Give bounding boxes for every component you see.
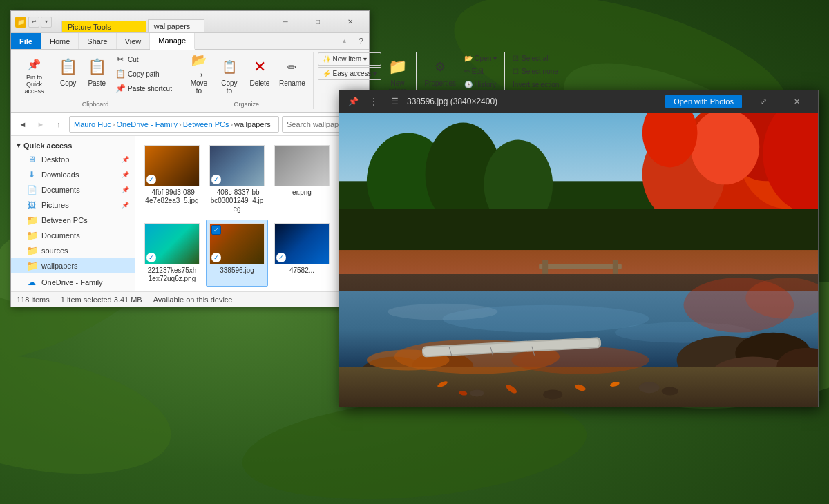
sidebar-item-wallpapers[interactable]: 📁 wallpapers — [11, 258, 135, 273]
photo-pin-button[interactable]: 📌 — [345, 93, 361, 110]
tab-view[interactable]: View — [117, 33, 151, 49]
move-to-button[interactable]: 📂→ Moveto — [184, 52, 213, 97]
documents-icon: 📄 — [26, 184, 37, 195]
organize-label: Organize — [234, 101, 260, 109]
file-thumbnail-2: ✓ — [209, 145, 265, 186]
breadcrumb[interactable]: Mauro Huc › OneDrive - Family › Between … — [69, 116, 279, 133]
photo-viewer-window: 📌 ⋮ ☰ 338596.jpg (3840×2400) Open with P… — [339, 90, 819, 407]
title-bar-left: 📁 ↩ ▾ — [11, 11, 56, 32]
up-button[interactable]: ↑ — [51, 117, 66, 132]
copy-to-button[interactable]: 📋 Copyto — [215, 52, 244, 97]
photo-close-button[interactable]: ✕ — [781, 91, 812, 112]
ribbon-tabs: File Home Share View Manage ▲ ? — [11, 33, 369, 50]
wallpapers-tab-label: wallpapers — [154, 22, 191, 30]
qs-btn-dropdown[interactable]: ▾ — [41, 17, 52, 28]
svg-rect-25 — [339, 209, 818, 250]
pin-icon: 📌 — [122, 156, 129, 163]
photo-filename: 338596.jpg (3840×2400) — [407, 97, 497, 106]
pin-to-quick-access-button[interactable]: 📌 Pin to Quickaccess — [15, 52, 53, 97]
sidebar-item-downloads[interactable]: ⬇ Downloads 📌 — [11, 167, 135, 182]
paste-button[interactable]: 📋 Paste — [83, 52, 111, 89]
properties-button[interactable]: ⚙ Properties — [421, 52, 459, 89]
sidebar-item-desktop[interactable]: 🖥 Desktop 📌 — [11, 152, 135, 167]
rename-button[interactable]: ✏ Rename — [276, 52, 309, 89]
file-item-3[interactable]: er.png — [271, 142, 333, 217]
tab-share[interactable]: Share — [79, 33, 116, 49]
file-item-7[interactable]: ✓ aakjroeer.png — [141, 289, 203, 291]
select-all-button[interactable]: ☑ Select all — [509, 52, 562, 64]
breadcrumb-mauro[interactable]: Mauro Huc — [74, 120, 111, 128]
file-thumbnail-6: ✓ — [274, 223, 330, 264]
history-button[interactable]: 🕒 History — [461, 79, 500, 90]
organize-items: 📂→ Moveto 📋 Copyto ✕ Delete ✏ Rename — [184, 52, 309, 101]
sidebar-item-documents[interactable]: 📄 Documents 📌 — [11, 182, 135, 197]
forward-button[interactable]: ► — [33, 117, 48, 132]
pin-icon-3: 📌 — [122, 186, 129, 193]
svg-point-5 — [0, 336, 180, 492]
file-item-1[interactable]: ✓ -4fbf-99d3-0894e7e82ea3_5.jpg — [141, 142, 203, 217]
pictures-icon: 🖼 — [26, 200, 37, 211]
copy-path-icon: 📋 — [115, 69, 125, 79]
photo-controls: ⤢ ✕ — [747, 91, 812, 112]
photo-expand-button[interactable]: ⤢ — [747, 91, 779, 112]
open-button[interactable]: 📂 Open ▾ — [461, 52, 500, 64]
file-item-9[interactable]: ABOP... — [271, 289, 333, 291]
file-item-6[interactable]: ✓ 47582... — [271, 220, 333, 287]
delete-button[interactable]: ✕ Delete — [245, 52, 274, 89]
edit-button[interactable]: ✏ Edit — [461, 66, 500, 77]
sidebar-item-sources[interactable]: 📁 sources — [11, 243, 135, 258]
file-item-4[interactable]: ✓ 221237kes75xh1ex72uq6z.png — [141, 220, 203, 287]
cut-icon: ✂ — [115, 55, 125, 64]
folder-docs-icon: 📁 — [26, 230, 37, 241]
breadcrumb-between-pcs[interactable]: Between PCs — [183, 120, 229, 128]
sidebar-item-onedrive[interactable]: ☁ OneDrive - Family — [11, 275, 135, 290]
tab-home[interactable]: Home — [41, 33, 79, 49]
delete-icon: ✕ — [249, 56, 271, 78]
onedrive-badge-1: ✓ — [146, 175, 156, 184]
svg-point-29 — [388, 304, 498, 320]
desktop-icon: 🖥 — [26, 154, 37, 165]
folder-wallpapers-icon: 📁 — [26, 260, 37, 271]
close-button[interactable]: ✕ — [334, 12, 366, 32]
open-with-photos-button[interactable]: Open with Photos — [665, 95, 742, 108]
photo-options-button[interactable]: ⋮ — [365, 93, 382, 110]
copy-path-button[interactable]: 📋 Copy path — [112, 67, 175, 81]
wallpapers-title-tab[interactable]: wallpapers — [148, 19, 205, 32]
easy-access-button[interactable]: ⚡ Easy access ▾ — [318, 67, 382, 80]
sidebar-item-pictures[interactable]: 🖼 Pictures 📌 — [11, 197, 135, 213]
file-name-2: -408c-8337-bbbc03001249_4.jpeg — [209, 188, 265, 213]
qs-btn-1[interactable]: ↩ — [28, 17, 39, 28]
maximize-button[interactable]: □ — [302, 12, 334, 32]
explorer-window: 📁 ↩ ▾ Picture Tools wallpapers ─ □ ✕ Fil… — [10, 10, 370, 307]
invert-selection-button[interactable]: Invert selection — [509, 79, 562, 90]
cut-button[interactable]: ✂ Cut — [112, 52, 175, 66]
sidebar: ▾ Quick access 🖥 Desktop 📌 ⬇ Downloads 📌… — [11, 136, 135, 291]
title-tab-area: Picture Tools wallpapers — [56, 11, 269, 32]
file-item-2[interactable]: ✓ -408c-8337-bbbc03001249_4.jpeg — [206, 142, 268, 217]
select-none-button[interactable]: ☐ Select none — [509, 66, 562, 77]
new-folder-icon: 📁 — [386, 56, 408, 78]
file-item-5[interactable]: ✓ ✓ 338596.jpg — [206, 220, 268, 287]
minimize-button[interactable]: ─ — [269, 12, 301, 32]
file-item-8[interactable]: ✓ abba3f36-8021-423c-99c8-75... — [206, 289, 268, 291]
file-thumbnail-5: ✓ ✓ — [209, 223, 265, 264]
tab-manage[interactable]: Manage — [150, 33, 195, 50]
breadcrumb-onedrive[interactable]: OneDrive - Family — [116, 120, 178, 128]
selected-info: 1 item selected 3.41 MB — [61, 295, 142, 304]
photo-menu-button[interactable]: ☰ — [386, 93, 403, 110]
quick-access-header[interactable]: ▾ Quick access — [11, 139, 135, 152]
paste-shortcut-button[interactable]: 📌 Paste shortcut — [112, 81, 175, 95]
back-button[interactable]: ◄ — [15, 117, 30, 132]
file-name-4: 221237kes75xh1ex72uq6z.png — [148, 266, 197, 283]
scene-svg — [339, 113, 818, 407]
tab-file[interactable]: File — [11, 33, 41, 49]
sidebar-item-between-pcs[interactable]: 📁 Between PCs — [11, 213, 135, 228]
organize-group: 📂→ Moveto 📋 Copyto ✕ Delete ✏ Rename — [180, 52, 314, 109]
paste-shortcut-icon: 📌 — [115, 84, 125, 93]
new-item-button[interactable]: ✨ New item ▾ — [318, 52, 382, 66]
sidebar-item-documents-2[interactable]: 📁 Documents — [11, 228, 135, 243]
file-thumbnail-4: ✓ — [144, 223, 200, 264]
availability-status: Available on this device — [153, 295, 233, 304]
copy-button[interactable]: 📋 Copy — [55, 52, 82, 89]
picture-tools-tab[interactable]: Picture Tools — [61, 21, 146, 32]
